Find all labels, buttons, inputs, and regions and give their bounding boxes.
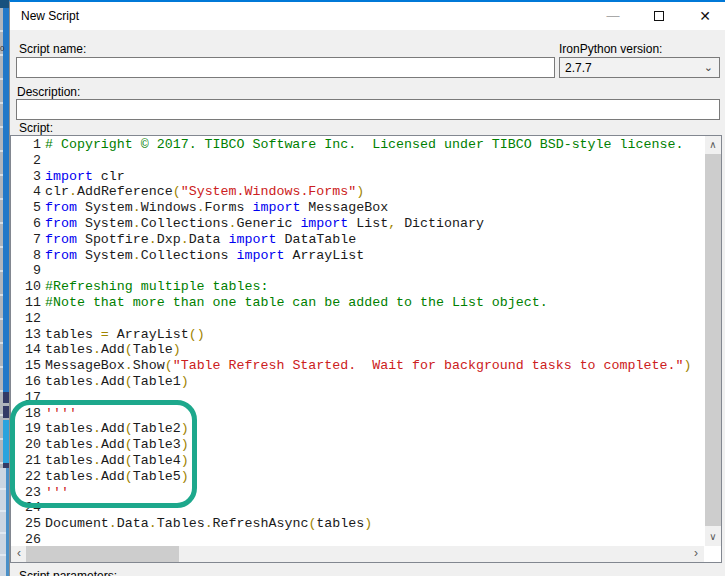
line-number: 12 [11, 311, 41, 327]
close-button[interactable]: ✕ [688, 2, 722, 30]
code-line: 8from System.Collections import ArrayLis… [11, 248, 704, 264]
line-number: 22 [11, 469, 41, 485]
code-text [45, 311, 53, 327]
code-text [45, 500, 53, 516]
code-text: from Spotfire.Dxp.Data import DataTable [45, 232, 356, 248]
minimize-button[interactable]: — [596, 2, 630, 30]
code-line: 26 [11, 532, 704, 545]
code-text: from System.Collections import ArrayList [45, 248, 364, 264]
line-number: 8 [11, 248, 41, 264]
vertical-scrollbar-thumb[interactable] [705, 154, 721, 526]
line-number: 25 [11, 516, 41, 532]
code-text: from System.Windows.Forms import Message… [45, 200, 388, 216]
background-axis-label: 0 [0, 44, 4, 53]
code-text: tables.Add(Table1) [45, 374, 189, 390]
code-line: 4clr.AddReference("System.Windows.Forms"… [11, 184, 704, 200]
horizontal-scrollbar[interactable]: ‹ › [11, 546, 704, 562]
script-name-label: Script name: [19, 42, 86, 56]
code-line: 23''' [11, 485, 704, 501]
code-text [45, 532, 53, 545]
code-line: 7from Spotfire.Dxp.Data import DataTable [11, 232, 704, 248]
scroll-down-icon[interactable]: ∨ [705, 529, 721, 545]
code-text: tables.Add(Table4) [45, 453, 189, 469]
line-number: 14 [11, 342, 41, 358]
line-number: 23 [11, 485, 41, 501]
line-number: 11 [11, 295, 41, 311]
line-number: 6 [11, 216, 41, 232]
code-line: 25Document.Data.Tables.RefreshAsync(tabl… [11, 516, 704, 532]
code-line: 2 [11, 153, 704, 169]
code-line: 17 [11, 390, 704, 406]
code-line: 20tables.Add(Table3) [11, 437, 704, 453]
code-line: 24 [11, 500, 704, 516]
code-line: 3import clr [11, 169, 704, 185]
code-line: 21tables.Add(Table4) [11, 453, 704, 469]
line-number: 4 [11, 184, 41, 200]
code-text: #Note that more than one table can be ad… [45, 295, 548, 311]
code-text [45, 263, 53, 279]
script-name-input[interactable] [16, 57, 555, 78]
code-text [45, 390, 53, 406]
title-bar[interactable]: New Script — ✕ [10, 2, 725, 30]
code-text: tables.Add(Table3) [45, 437, 189, 453]
maximize-button[interactable] [642, 2, 676, 30]
code-line: 18'''' [11, 406, 704, 422]
background-app-strip: 0 [0, 0, 9, 576]
scroll-left-icon[interactable]: ‹ [11, 546, 27, 562]
maximize-icon [654, 11, 664, 21]
code-line: 16tables.Add(Table1) [11, 374, 704, 390]
code-text: tables.Add(Table5) [45, 469, 189, 485]
code-text: ''' [45, 485, 69, 501]
script-code-editor[interactable]: 1# Copyright © 2017. TIBCO Software Inc.… [10, 135, 722, 563]
code-text: tables = ArrayList() [45, 327, 205, 343]
line-number: 10 [11, 279, 41, 295]
scroll-right-icon[interactable]: › [688, 546, 704, 562]
code-line: 14tables.Add(Table) [11, 342, 704, 358]
code-line: 6from System.Collections.Generic import … [11, 216, 704, 232]
code-text: from System.Collections.Generic import L… [45, 216, 484, 232]
code-text: import clr [45, 169, 125, 185]
chevron-down-icon: ⌄ [704, 61, 713, 74]
dialog-title: New Script [21, 9, 79, 23]
line-number: 5 [11, 200, 41, 216]
scroll-up-icon[interactable]: ∧ [705, 137, 721, 153]
code-text: #Refreshing multiple tables: [45, 279, 268, 295]
line-number: 19 [11, 421, 41, 437]
description-label: Description: [17, 85, 80, 99]
line-number: 17 [11, 390, 41, 406]
vertical-scrollbar[interactable]: ∧ ∨ [705, 136, 721, 546]
code-text: MessageBox.Show("Table Refresh Started. … [45, 358, 691, 374]
line-number: 1 [11, 137, 41, 153]
code-line: 22tables.Add(Table5) [11, 469, 704, 485]
line-number: 26 [11, 532, 41, 545]
ironpython-version-dropdown[interactable]: 2.7.7 ⌄ [559, 57, 720, 78]
line-number: 15 [11, 358, 41, 374]
line-number: 16 [11, 374, 41, 390]
description-input[interactable] [16, 99, 720, 120]
code-text: # Copyright © 2017. TIBCO Software Inc. … [45, 137, 683, 153]
line-number: 24 [11, 500, 41, 516]
code-line: 12 [11, 311, 704, 327]
code-text: tables.Add(Table2) [45, 421, 189, 437]
line-number: 9 [11, 263, 41, 279]
code-text: clr.AddReference("System.Windows.Forms") [45, 184, 364, 200]
code-text: '''' [45, 406, 77, 422]
code-text [45, 153, 53, 169]
code-line: 13tables = ArrayList() [11, 327, 704, 343]
code-line: 15MessageBox.Show("Table Refresh Started… [11, 358, 704, 374]
background-top-cap [0, 0, 9, 8]
code-text: Document.Data.Tables.RefreshAsync(tables… [45, 516, 372, 532]
code-line: 10#Refreshing multiple tables: [11, 279, 704, 295]
line-number: 18 [11, 406, 41, 422]
line-number: 13 [11, 327, 41, 343]
ironpython-version-label: IronPython version: [559, 42, 662, 56]
line-number: 3 [11, 169, 41, 185]
code-line: 1# Copyright © 2017. TIBCO Software Inc.… [11, 137, 704, 153]
ironpython-version-value: 2.7.7 [565, 61, 592, 75]
line-number: 7 [11, 232, 41, 248]
new-script-dialog: New Script — ✕ Script name: IronPython v… [9, 0, 725, 576]
minimize-icon: — [607, 8, 620, 23]
close-icon: ✕ [699, 8, 711, 24]
horizontal-scrollbar-thumb[interactable] [26, 546, 179, 562]
code-lines: 1# Copyright © 2017. TIBCO Software Inc.… [11, 136, 704, 545]
